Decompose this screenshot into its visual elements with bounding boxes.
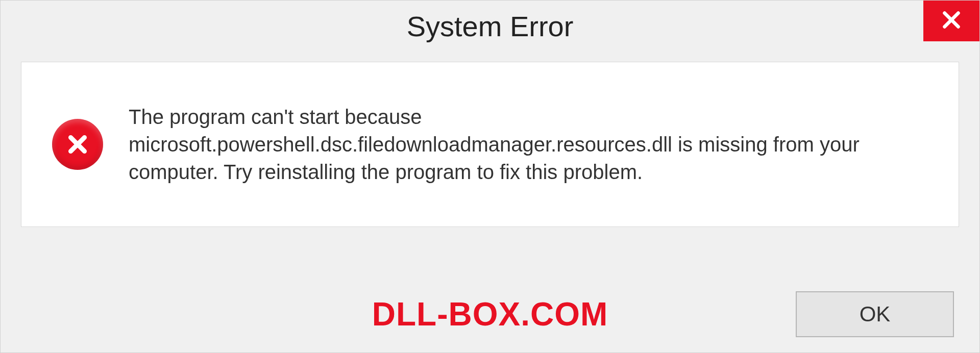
dialog-title: System Error (407, 10, 574, 43)
error-icon (52, 119, 103, 170)
error-dialog: System Error The program can't start bec… (0, 0, 980, 353)
error-message: The program can't start because microsof… (129, 103, 928, 186)
ok-button-label: OK (860, 302, 891, 326)
footer: DLL-BOX.COM OK (1, 286, 979, 342)
watermark-text: DLL-BOX.COM (372, 295, 608, 333)
content-panel: The program can't start because microsof… (21, 62, 959, 227)
titlebar: System Error (1, 1, 979, 52)
close-button[interactable] (923, 1, 979, 41)
close-icon (940, 8, 963, 34)
ok-button[interactable]: OK (796, 291, 954, 337)
